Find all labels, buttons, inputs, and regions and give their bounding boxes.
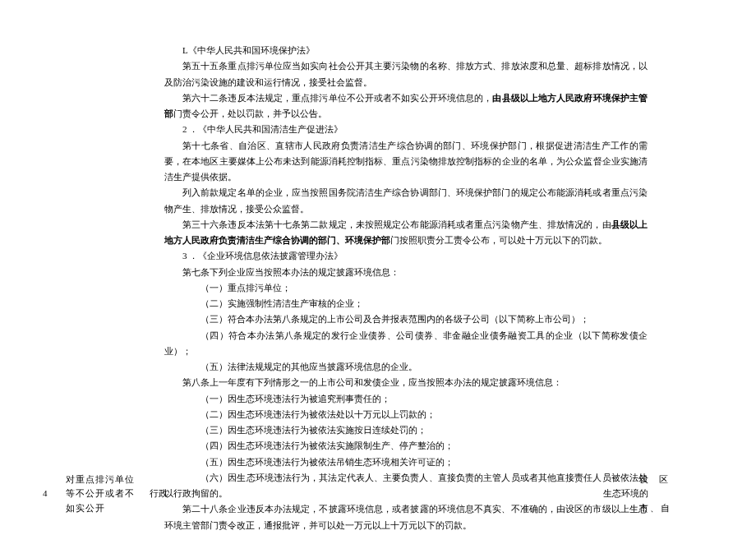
sec2-p1: 第十七条省、自治区、直辖市人民政府负责清洁生产综合协调的部门、环境保护部门，根据… xyxy=(164,138,648,186)
sec3-a8-5: （五）因生态环境违法行为被依法吊销生态环境相关许可证的； xyxy=(164,454,648,470)
legal-text-block: L《中华人民共和国环境保护法》 第五十五条重点排污单位应当如实向社会公开其主要污… xyxy=(164,43,648,535)
row-subject: 对重点排污单位 等不公开或者不 如实公开 xyxy=(66,473,148,516)
row-subject-l1: 对重点排污单位 xyxy=(66,473,148,487)
sec2-p3a: 第三十六条违反本法第十七条第二款规定，未按照规定公布能源消耗或者重点污染物产生、… xyxy=(182,219,611,229)
sec1-p1: 第五十五条重点排污单位应当如实向社会公开其主要污染物的名称、排放方式、排放浓度和… xyxy=(164,58,648,90)
sec3-title: 3 ．《企业环境信息依法披露管理办法》 xyxy=(164,248,648,264)
sec2-title: 2 ．《中华人民共和国清洁生产促进法》 xyxy=(164,122,648,137)
sec2-p2: 列入前款规定名单的企业，应当按照国务院清洁生产综合协调部门、环境保护部门的规定公… xyxy=(164,185,648,217)
sec3-a8-3: （三）因生态环境违法行为被依法实施按日连续处罚的； xyxy=(164,422,648,438)
sec1-title: L《中华人民共和国环境保护法》 xyxy=(164,43,648,58)
row-department: 生态环境 xyxy=(603,486,639,501)
row-region-l2: 市、自 xyxy=(639,501,689,516)
sec3-a7-5: （五）法律法规规定的其他应当披露环境信息的企业。 xyxy=(164,359,648,375)
sec3-a7-4: （四）符合本办法第八条规定的发行企业债券、公司债券、非金融企业债务融资工具的企业… xyxy=(164,328,648,360)
sec3-a7-2: （二）实施强制性清洁生产审核的企业； xyxy=(164,296,648,311)
table-row: 4 对重点排污单位 等不公开或者不 如实公开 行政 生态环境 设 区 的 市、自 xyxy=(43,469,713,519)
sec3-a7-1: （一）重点排污单位； xyxy=(164,280,648,296)
row-type: 行政 xyxy=(150,486,184,501)
sec3-a8-intro: 第八条上一年度有下列情形之一的上市公司和发债企业，应当按照本办法的规定披露环境信… xyxy=(164,375,648,390)
sec3-a7-intro: 第七条下列企业应当按照本办法的规定披露环境信息： xyxy=(164,265,648,280)
row-region: 设 区 的 市、自 xyxy=(639,473,689,516)
sec2-p3: 第三十六条违反本法第十七条第二款规定，未按照规定公布能源消耗或者重点污染物产生、… xyxy=(164,217,648,249)
sec1-p2: 第六十二条违反本法规定，重点排污单位不公开或者不如实公开环境信息的，由县级以上地… xyxy=(164,90,648,122)
sec3-a7-3: （三）符合本办法第八条规定的上市公司及合并报表范围内的各级子公司（以下简称上市公… xyxy=(164,311,648,327)
sec3-a8-4: （四）因生态环境违法行为被依法实施限制生产、停产整治的； xyxy=(164,438,648,454)
sec3-a8-2: （二）因生态环境违法行为被依法处以十万元以上罚款的； xyxy=(164,407,648,422)
sec2-p3c: 门按照职责分工责令公布，可以处十万元以下的罚款。 xyxy=(390,235,607,245)
row-number: 4 xyxy=(43,486,66,501)
row-subject-l2: 等不公开或者不 xyxy=(66,487,148,501)
sec3-a8-1: （一）因生态环境违法行为被追究刑事责任的； xyxy=(164,391,648,407)
row-subject-l3: 如实公开 xyxy=(66,501,148,516)
sec1-p2a: 第六十二条违反本法规定，重点排污单位不公开或者不如实公开环境信息的， xyxy=(182,93,492,103)
row-region-l1: 设 区 的 xyxy=(639,473,689,501)
sec1-p2c: 门责令公开，处以罚款，并予以公告。 xyxy=(173,108,327,118)
